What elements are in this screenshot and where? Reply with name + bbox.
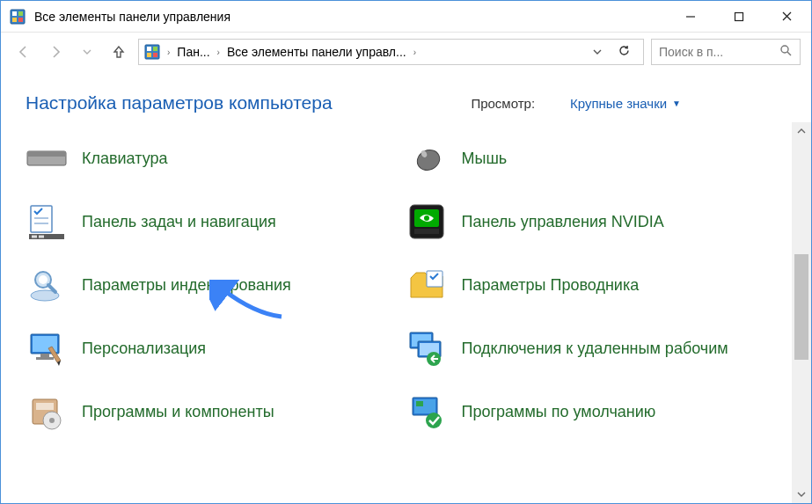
titlebar: Все элементы панели управления (1, 1, 811, 33)
address-bar[interactable]: › Пан... › Все элементы панели управл...… (138, 39, 644, 65)
svg-rect-17 (27, 151, 66, 157)
breadcrumb-segment[interactable]: Пан... (177, 45, 209, 59)
svg-line-15 (787, 52, 791, 55)
svg-rect-6 (735, 12, 743, 20)
vertical-scrollbar[interactable] (792, 122, 811, 503)
control-panel-icon (144, 44, 160, 60)
back-button[interactable] (11, 40, 36, 64)
chevron-right-icon[interactable]: › (412, 47, 418, 57)
item-label: Персонализация (82, 339, 206, 359)
svg-rect-4 (18, 18, 23, 22)
close-button[interactable] (763, 1, 811, 32)
search-placeholder: Поиск в п... (659, 45, 779, 59)
personalization-icon (26, 327, 68, 369)
page-title: Настройка параметров компьютера (26, 92, 333, 113)
svg-point-52 (426, 413, 442, 428)
control-panel-window: Все элементы панели управления › Пан... … (0, 0, 812, 504)
view-value: Крупные значки (570, 96, 667, 111)
svg-rect-25 (32, 236, 37, 238)
svg-point-48 (49, 418, 55, 423)
window-title: Все элементы панели управления (34, 10, 666, 24)
item-explorer-opts[interactable]: Параметры Проводника (406, 259, 768, 310)
item-mouse[interactable]: Мышь (406, 133, 768, 184)
svg-point-33 (39, 275, 48, 284)
default-programs-icon (406, 391, 448, 433)
mouse-icon (406, 137, 448, 179)
search-icon (779, 44, 793, 60)
toolbar: › Пан... › Все элементы панели управл...… (1, 33, 811, 71)
forward-button[interactable] (43, 40, 68, 64)
item-label: Параметры индексирования (82, 275, 291, 296)
item-label: Программы по умолчанию (462, 402, 656, 422)
item-label: Клавиатура (82, 149, 168, 169)
scroll-thumb[interactable] (794, 254, 808, 360)
svg-rect-2 (18, 11, 23, 16)
chevron-down-icon: ▼ (672, 99, 681, 108)
svg-point-14 (781, 46, 788, 53)
maximize-button[interactable] (714, 1, 763, 32)
svg-rect-46 (36, 403, 54, 410)
item-taskbar-nav[interactable]: Панель задач и навигация (26, 196, 388, 247)
svg-rect-11 (153, 47, 157, 51)
item-nvidia[interactable]: Панель управления NVIDIA (406, 196, 768, 247)
chevron-right-icon[interactable]: › (216, 47, 222, 57)
item-personalization[interactable]: Персонализация (26, 323, 388, 374)
address-dropdown[interactable] (589, 45, 605, 59)
items-grid: Клавиатура Мышь Панель задач и навигация… (1, 122, 792, 503)
folder-options-icon (406, 264, 448, 306)
item-label: Подключения к удаленным рабочим (462, 339, 728, 359)
svg-rect-3 (12, 18, 17, 22)
item-programs[interactable]: Программы и компоненты (26, 386, 388, 437)
item-remote-desktop[interactable]: Подключения к удаленным рабочим (406, 323, 768, 374)
svg-rect-12 (147, 53, 151, 57)
minimize-button[interactable] (666, 1, 714, 32)
scroll-down-button[interactable] (792, 486, 811, 503)
item-label: Панель задач и навигация (82, 212, 276, 232)
svg-rect-13 (153, 53, 157, 57)
item-label: Параметры Проводника (462, 275, 640, 296)
up-button[interactable] (106, 40, 131, 64)
svg-rect-51 (416, 401, 423, 406)
search-input[interactable]: Поиск в п... (651, 39, 801, 65)
svg-rect-1 (12, 11, 17, 16)
refresh-button[interactable] (611, 44, 638, 60)
heading-row: Настройка параметров компьютера Просмотр… (1, 71, 811, 122)
chevron-right-icon[interactable]: › (165, 47, 172, 57)
remote-desktop-icon (406, 327, 448, 369)
control-panel-icon (10, 9, 26, 25)
programs-icon (26, 391, 68, 433)
nvidia-icon (406, 201, 448, 243)
svg-rect-38 (40, 354, 49, 357)
indexing-icon (26, 264, 68, 306)
view-label: Просмотр: (471, 96, 535, 111)
svg-rect-10 (147, 47, 151, 51)
keyboard-icon (26, 137, 68, 179)
item-label: Мышь (462, 149, 508, 169)
content-area: Клавиатура Мышь Панель задач и навигация… (1, 122, 811, 503)
item-label: Панель управления NVIDIA (462, 212, 664, 232)
scroll-track[interactable] (792, 140, 811, 486)
breadcrumb-segment[interactable]: Все элементы панели управл... (227, 45, 406, 59)
item-keyboard[interactable]: Клавиатура (26, 133, 388, 184)
scroll-up-button[interactable] (792, 122, 811, 140)
window-controls (666, 1, 811, 32)
svg-rect-30 (414, 229, 439, 234)
view-select[interactable]: Крупные значки ▼ (570, 96, 681, 111)
svg-rect-39 (36, 357, 54, 360)
item-default-programs[interactable]: Программы по умолчанию (406, 386, 768, 437)
recent-dropdown[interactable] (75, 40, 99, 64)
item-indexing[interactable]: Параметры индексирования (26, 259, 388, 310)
taskbar-icon (26, 201, 68, 243)
svg-point-29 (424, 215, 429, 221)
svg-rect-35 (427, 271, 443, 287)
svg-rect-26 (39, 236, 44, 238)
item-label: Программы и компоненты (82, 402, 274, 422)
